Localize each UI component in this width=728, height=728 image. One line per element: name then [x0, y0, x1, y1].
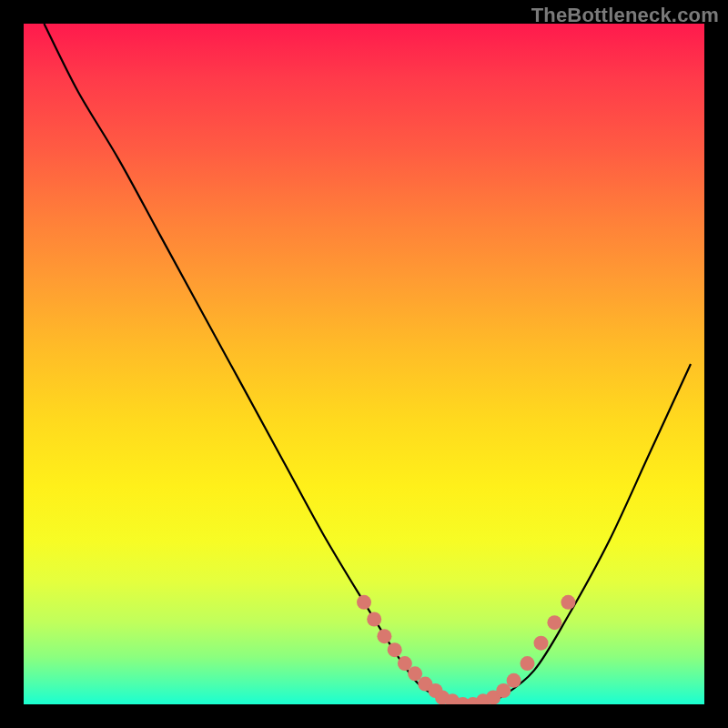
plot-area	[24, 24, 704, 704]
marker-dot	[507, 673, 521, 688]
marker-dot	[534, 636, 549, 651]
marker-dot	[521, 656, 535, 671]
chart-svg	[24, 24, 704, 704]
marker-group	[357, 595, 575, 704]
marker-dot	[357, 595, 371, 610]
marker-dot	[547, 615, 561, 630]
chart-frame: TheBottleneck.com	[0, 0, 728, 728]
marker-dot	[377, 629, 391, 643]
marker-dot	[561, 595, 575, 610]
marker-dot	[367, 612, 381, 627]
watermark-text: TheBottleneck.com	[531, 4, 719, 27]
marker-dot	[388, 642, 402, 657]
